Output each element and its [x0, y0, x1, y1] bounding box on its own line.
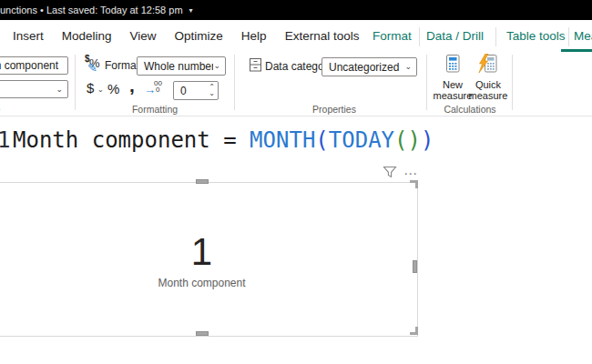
ribbon-tab-row: InsertModelingViewOptimizeHelpExternal t… [0, 20, 592, 52]
tab-help[interactable]: Help [241, 29, 267, 43]
resize-handle-top[interactable] [196, 179, 209, 184]
title-bar: unctions • Last saved: Today at 12:58 pm… [0, 0, 592, 20]
format-type-dropdown[interactable]: Whole number ⌄ [137, 56, 226, 76]
card-value: 1 [0, 233, 416, 271]
spinner-down-icon[interactable]: ⌄ [209, 91, 215, 97]
data-category-dropdown[interactable]: Uncategorized ⌄ [322, 57, 417, 76]
home-table-dropdown[interactable]: adata ⌄ [0, 80, 68, 98]
tab-table-tools[interactable]: Table tools [506, 20, 566, 52]
tab-measure-tools[interactable]: Measure tools [574, 20, 592, 52]
tab-separator [419, 27, 420, 46]
formula-token: Month component = [13, 127, 250, 153]
formula-token: ) [421, 127, 434, 153]
resize-handle-top-right[interactable] [410, 180, 418, 188]
dax-formula[interactable]: Month component = MONTH(TODAY()) [13, 127, 434, 153]
chevron-down-icon: ⌄ [56, 86, 63, 94]
quick-measure-button[interactable]: Quick measure [465, 54, 511, 101]
tab-insert[interactable]: Insert [13, 29, 44, 43]
chevron-down-icon: ⌄ [404, 63, 412, 71]
formula-token: MONTH [250, 127, 315, 153]
quick-measure-calculator-icon [477, 54, 499, 77]
group-separator [426, 55, 427, 110]
filter-icon[interactable] [383, 166, 397, 182]
resize-handle-bottom[interactable] [196, 331, 209, 336]
decimal-places-spinner[interactable]: 0 ⌃ ⌄ [173, 81, 219, 100]
line-number: 1 [0, 127, 10, 153]
percent-format-button[interactable]: % [107, 81, 119, 96]
tab-separator [568, 27, 569, 46]
formula-token: ( [315, 127, 328, 153]
chevron-down-icon: ⌄ [213, 62, 220, 70]
tab-optimize[interactable]: Optimize [175, 29, 223, 43]
formula-token: TODAY [329, 127, 394, 153]
data-category-icon [250, 58, 261, 76]
tab-modeling[interactable]: Modeling [62, 29, 112, 43]
more-options-icon[interactable]: ⋯ [403, 169, 418, 178]
group-separator [512, 55, 513, 110]
measure-name-input[interactable]: Month component [0, 56, 68, 75]
formatting-group-label: Formatting [109, 104, 200, 115]
format-label: Format [105, 59, 139, 72]
tab-external-tools[interactable]: External tools [285, 29, 360, 43]
title-dropdown-caret-icon[interactable]: ▾ [189, 6, 193, 15]
dax-formula-bar[interactable]: 1 Month component = MONTH(TODAY()) [0, 116, 592, 164]
currency-format-button[interactable]: $ [87, 80, 94, 96]
resize-handle-right[interactable] [413, 260, 417, 273]
ribbon: Month component adata ⌄ Structure $ % ✎ … [0, 52, 592, 116]
calculations-group-label: Calculations [424, 104, 515, 115]
structure-group-label: Structure [0, 104, 26, 115]
tab-separator [495, 27, 496, 46]
thousands-separator-button[interactable]: , [129, 75, 135, 96]
tab-view[interactable]: View [130, 29, 157, 43]
tab-format[interactable]: Format [373, 20, 412, 52]
pen-icon: ✎ [87, 61, 97, 75]
properties-group-label: Properties [289, 104, 380, 115]
ribbon-tabs: InsertModelingViewOptimizeHelpExternal t… [13, 20, 359, 52]
resize-handle-bottom-right[interactable] [410, 327, 418, 335]
report-canvas[interactable]: ⋯ 1 Month component [0, 162, 592, 364]
calculator-icon [443, 54, 463, 77]
format-paint-icon: $ % ✎ [85, 56, 105, 76]
powerbi-window: unctions • Last saved: Today at 12:58 pm… [0, 0, 592, 364]
window-title: unctions • Last saved: Today at 12:58 pm [0, 5, 183, 15]
decimal-places-icon: → 00 0 [144, 80, 166, 98]
formula-token: ( [394, 127, 407, 153]
group-separator [234, 55, 235, 110]
group-separator [75, 55, 76, 110]
formula-token: ) [408, 127, 421, 153]
currency-chevron-icon[interactable]: ⌄ [97, 86, 104, 94]
card-label: Month component [0, 277, 416, 289]
tab-data-drill[interactable]: Data / Drill [426, 20, 484, 52]
